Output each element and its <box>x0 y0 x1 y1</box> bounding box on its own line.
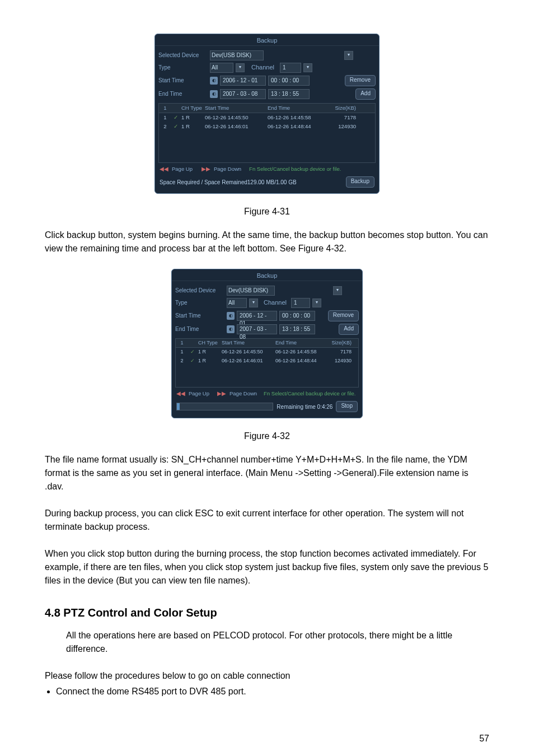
end-time-input[interactable]: 13 : 18 : 55 <box>279 324 315 334</box>
selected-device-label: Selected Device <box>158 51 208 59</box>
page-down-icon[interactable]: ▶▶ <box>202 165 210 173</box>
page-down-label[interactable]: Page Down <box>214 165 241 173</box>
file-table: 1 CH Type Start Time End Time Size(KB) 1… <box>158 103 376 163</box>
check-icon[interactable]: ✓ <box>171 113 180 122</box>
start-time-input[interactable]: 00 : 00 : 00 <box>268 76 310 86</box>
start-time-label: Start Time <box>158 76 208 85</box>
table-row[interactable]: 1 ✓ 1 R 06-12-26 14:45:50 06-12-26 14:45… <box>159 113 375 122</box>
chevron-down-icon[interactable]: ▼ <box>236 63 245 72</box>
selected-device-label: Selected Device <box>175 286 224 295</box>
section-heading: 4.8 PTZ Control and Color Setup <box>45 604 489 621</box>
type-label: Type <box>175 298 224 307</box>
space-label: Space Required / Space Remained129.00 MB… <box>160 178 297 186</box>
add-button[interactable]: Add <box>339 324 359 335</box>
calendar-icon[interactable]: ◐ <box>210 77 218 85</box>
start-time-input[interactable]: 00 : 00 : 00 <box>279 311 315 321</box>
body-text: Click backup button, system begins burni… <box>45 228 489 255</box>
calendar-icon[interactable]: ◐ <box>210 90 218 98</box>
body-text: Please follow the procedures below to go… <box>45 669 489 683</box>
channel-label: Channel <box>264 298 287 307</box>
body-text: The file name format usually is: SN_CH+c… <box>45 453 489 493</box>
body-text: When you click stop button during the bu… <box>45 547 489 587</box>
end-time-label: End Time <box>175 325 224 333</box>
calendar-icon[interactable]: ◐ <box>227 312 235 320</box>
fn-hint: Fn Select/Cancel backup device or file. <box>249 165 341 173</box>
figure-caption: Figure 4-31 <box>45 205 489 218</box>
channel-input[interactable]: 1 <box>291 298 310 308</box>
remaining-time: Remaining time 0:4:26 <box>277 403 332 411</box>
check-icon[interactable]: ✓ <box>171 122 180 131</box>
col-end: End Time <box>266 104 329 113</box>
start-date-input[interactable]: 2006 - 12 - 01 <box>237 311 277 321</box>
backup-dialog-1: Backup Selected Device Dev(USB DISK) ▼ T… <box>154 34 380 194</box>
col-index: 1 <box>159 104 171 113</box>
check-icon[interactable]: ✓ <box>188 348 197 357</box>
chevron-down-icon[interactable]: ▼ <box>249 298 258 307</box>
col-ch: CH Type <box>180 104 204 113</box>
channel-input[interactable]: 1 <box>280 63 301 73</box>
check-icon[interactable]: ✓ <box>188 357 197 366</box>
col-size: Size(KB) <box>329 104 357 113</box>
file-table: 1 CH Type Start Time End Time Size(KB) 1… <box>175 338 359 388</box>
table-row[interactable]: 2 ✓ 1 R 06-12-26 14:46:01 06-12-26 14:48… <box>159 122 375 131</box>
body-text: During backup process, you can click ESC… <box>45 507 489 534</box>
start-date-input[interactable]: 2006 - 12 - 01 <box>220 76 266 86</box>
chevron-down-icon[interactable]: ▼ <box>303 63 312 72</box>
dialog-title: Backup <box>172 269 362 281</box>
backup-button[interactable]: Backup <box>346 176 374 188</box>
end-date-input[interactable]: 2007 - 03 - 08 <box>237 324 277 334</box>
page-down-icon[interactable]: ▶▶ <box>217 390 226 398</box>
progress-bar <box>176 403 273 410</box>
end-time-label: End Time <box>158 90 208 98</box>
figure-caption: Figure 4-32 <box>45 430 489 443</box>
remove-button[interactable]: Remove <box>328 310 359 321</box>
selected-device-select[interactable]: Dev(USB DISK) <box>210 50 264 60</box>
page-down-label[interactable]: Page Down <box>229 390 257 398</box>
table-row[interactable]: 1 ✓ 1 R 06-12-26 14:45:50 06-12-26 14:45… <box>176 348 358 357</box>
page-up-label[interactable]: Page Up <box>172 165 193 173</box>
add-button[interactable]: Add <box>355 88 376 100</box>
page-up-icon[interactable]: ◀◀ <box>176 390 185 398</box>
start-time-label: Start Time <box>175 311 224 320</box>
table-row[interactable]: 2 ✓ 1 R 06-12-26 14:46:01 06-12-26 14:48… <box>176 357 358 366</box>
fn-hint: Fn Select/Cancel backup device or file. <box>264 390 355 398</box>
chevron-down-icon[interactable]: ▼ <box>333 286 342 295</box>
chevron-down-icon[interactable]: ▼ <box>344 51 353 60</box>
selected-device-select[interactable]: Dev(USB DISK) <box>227 286 275 296</box>
end-date-input[interactable]: 2007 - 03 - 08 <box>220 89 266 99</box>
dialog-title: Backup <box>155 34 379 46</box>
end-time-input[interactable]: 13 : 18 : 55 <box>268 89 310 99</box>
channel-label: Channel <box>251 63 274 72</box>
type-label: Type <box>158 63 208 72</box>
list-item: Connect the dome RS485 port to DVR 485 p… <box>56 685 489 698</box>
calendar-icon[interactable]: ◐ <box>227 325 235 333</box>
col-start: Start Time <box>204 104 266 113</box>
type-select[interactable]: All <box>227 298 247 308</box>
page-number: 57 <box>45 732 489 745</box>
type-select[interactable]: All <box>210 63 233 73</box>
chevron-down-icon[interactable]: ▼ <box>312 298 321 307</box>
stop-button[interactable]: Stop <box>336 401 358 412</box>
page-up-icon[interactable]: ◀◀ <box>160 165 168 173</box>
body-text: All the operations here are based on PEL… <box>45 629 489 656</box>
page-up-label[interactable]: Page Up <box>189 390 209 398</box>
backup-dialog-2: Backup Selected Device Dev(USB DISK) ▼ T… <box>171 269 363 418</box>
remove-button[interactable]: Remove <box>345 75 376 86</box>
